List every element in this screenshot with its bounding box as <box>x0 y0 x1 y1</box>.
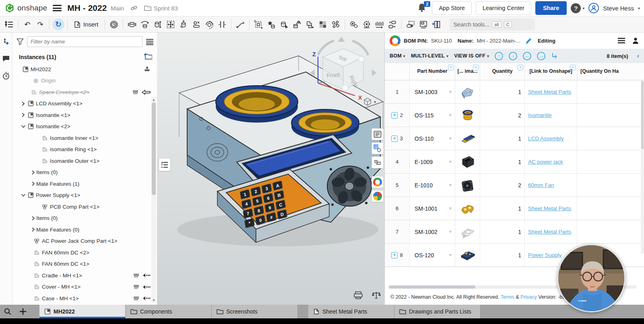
tree-row-isomantle-outer[interactable]: Isomantle Outer <1> <box>12 155 157 167</box>
bom-row[interactable]: 1 SM-1003▼ 1 Sheet Metal Parts <box>385 80 644 104</box>
tree-row-pcb-comp[interactable]: PCB Comp Part <1> <box>12 201 157 213</box>
add-folder-icon[interactable] <box>144 53 152 61</box>
tree-row-isomantle-ring[interactable]: isomantle Ring <1> <box>12 144 157 156</box>
print-3d-icon[interactable] <box>353 291 363 299</box>
notifications-bell-icon[interactable]: 2 <box>417 3 428 13</box>
frame-select-icon[interactable] <box>252 18 264 31</box>
tree-row-items-1[interactable]: Items (0) <box>12 167 157 178</box>
tab-search-icon[interactable] <box>0 305 15 318</box>
feature-manager-icon[interactable] <box>3 18 15 31</box>
document-menu-icon[interactable] <box>53 4 62 13</box>
workspace-name[interactable]: Main <box>111 5 124 12</box>
collapse-panel-icon[interactable]: ‹ <box>637 52 639 59</box>
sidebar-scrollbar[interactable]: ▲ ▼ <box>151 97 156 303</box>
chevron-right-icon[interactable] <box>20 101 26 106</box>
list-options-icon[interactable] <box>146 39 154 45</box>
scrollbar-thumb[interactable] <box>641 81 644 149</box>
onshape-link[interactable]: Isomantle <box>528 112 552 118</box>
help-menu[interactable]: ? ▾ <box>571 3 584 13</box>
column-filter-icon[interactable]: ▾ <box>570 65 576 70</box>
drawing-icon[interactable] <box>417 18 429 31</box>
bom-row[interactable]: 6 SM-1001▼ 1 Sheet Metal Parts <box>385 197 644 220</box>
tree-row-origin[interactable]: Origin <box>12 75 157 87</box>
add-tab-button[interactable] <box>15 305 31 318</box>
column-filter-icon[interactable]: ▾ <box>473 65 479 70</box>
fixed-icon[interactable] <box>132 89 139 95</box>
bom-user-icon[interactable] <box>632 37 639 44</box>
in-context-dashed-arrow-icon[interactable] <box>142 296 151 301</box>
chevron-right-icon[interactable] <box>30 170 36 175</box>
scrollbar-thumb[interactable] <box>152 103 156 195</box>
create-version-icon[interactable] <box>2 37 10 46</box>
copy-parts-icon[interactable] <box>304 18 316 31</box>
view-options-dropdown[interactable]: ▾ <box>361 96 378 107</box>
onshape-link[interactable]: Sheet Metal Parts <box>528 229 571 235</box>
caret-down-icon[interactable]: ▼ <box>448 230 452 234</box>
tangent-mate-icon[interactable] <box>234 18 246 31</box>
history-stopwatch-icon[interactable] <box>2 71 10 80</box>
in-context-dashed-arrow-icon[interactable] <box>142 273 151 278</box>
sprocket-relation-icon[interactable] <box>361 18 373 31</box>
onshape-link[interactable]: Sheet Metal Parts <box>528 89 571 95</box>
app-store-button[interactable]: App Store <box>432 1 472 15</box>
column-filter-icon[interactable]: ▾ <box>448 65 454 70</box>
tree-row-isomantle-1[interactable]: Isomantle <1> <box>12 109 157 121</box>
replace-part-icon[interactable] <box>278 18 290 31</box>
tree-row-fan-2[interactable]: FAN 60mm DC <2> <box>12 247 157 258</box>
undo-icon[interactable]: ↶ <box>21 18 33 31</box>
bom-row[interactable]: 4 E-1009▼ 1 AC power jack <box>385 150 644 174</box>
chevron-right-icon[interactable] <box>30 216 36 221</box>
move-right-button[interactable]: → <box>537 52 545 60</box>
bom-row[interactable]: 5 E-1010▼ 2 60mm Fan <box>385 174 644 197</box>
bom-vertical-scrollbar[interactable] <box>641 81 644 254</box>
in-context-arrow-icon[interactable] <box>142 90 151 95</box>
onshape-link[interactable]: Power Supply <box>528 252 561 258</box>
column-filter-icon[interactable]: ▾ <box>518 65 523 70</box>
avatar[interactable] <box>588 3 599 13</box>
graphics-viewport[interactable]: 123A 456B 789C *0#D <box>157 33 384 305</box>
filter-input[interactable] <box>27 36 142 47</box>
tree-row-ac-power-jack[interactable]: AC Power Jack Comp Part <1> <box>12 236 157 247</box>
bom-menu-icon[interactable] <box>617 37 625 44</box>
chevron-down-icon[interactable] <box>20 125 26 128</box>
bom-table-icon[interactable] <box>430 18 442 31</box>
bom-level-dropdown[interactable]: MULTI-LEVEL▾ <box>411 53 448 59</box>
onshape-link[interactable]: Sheet Metal Parts <box>528 205 571 211</box>
move-up-button[interactable]: ↑ <box>495 52 503 60</box>
expand-row-icon[interactable]: + <box>391 135 398 142</box>
color-app-button[interactable] <box>372 190 384 202</box>
share-button[interactable]: Share <box>535 1 567 15</box>
revolute-mate-icon[interactable] <box>139 18 151 31</box>
caret-down-icon[interactable]: ▼ <box>448 253 452 257</box>
tree-row-cradle[interactable]: Cradle - MH <1> <box>12 270 157 281</box>
tree-row-lcd-assembly[interactable]: LCD Assembly <1> <box>12 98 157 110</box>
fixed-icon[interactable] <box>133 295 140 301</box>
tree-row-case[interactable]: Case - MH <1> <box>12 293 157 304</box>
rotate-right-arrow[interactable] <box>372 70 377 76</box>
comments-icon[interactable] <box>2 54 10 63</box>
fixed-icon[interactable] <box>133 284 140 290</box>
caret-down-icon[interactable]: ▼ <box>448 183 452 187</box>
tab-sheet-metal-parts[interactable]: Sheet Metal Parts <box>308 305 394 318</box>
revision-clock-icon[interactable] <box>108 18 120 31</box>
expand-row-icon[interactable]: + <box>391 252 398 258</box>
learning-center-button[interactable]: Learning Center <box>476 1 531 15</box>
onshape-link[interactable]: AC power jack <box>528 159 563 165</box>
bom-row[interactable]: 7 SM-1002▼ 1 Sheet Metal Parts <box>385 220 644 244</box>
isomantle-cylinder-1[interactable] <box>216 86 298 123</box>
edit-pencil-icon[interactable] <box>525 37 532 44</box>
tree-row-mate-features-1[interactable]: Mate Features (1) <box>12 178 157 190</box>
planar-mate-icon[interactable] <box>165 18 177 31</box>
scroll-down-icon[interactable]: ▼ <box>151 298 156 302</box>
expand-row-icon[interactable]: + <box>391 112 398 119</box>
parallel-mate-icon[interactable] <box>216 18 228 31</box>
bom-type-dropdown[interactable]: BOM▾ <box>390 53 405 59</box>
tab-screenshots[interactable]: Screenshots <box>212 305 298 318</box>
bom-app-button[interactable] <box>372 176 384 188</box>
user-name[interactable]: Steve Hess <box>603 5 634 12</box>
tab-drawings[interactable]: Drawings and Parts Lists <box>394 305 481 318</box>
redo-icon[interactable]: ↷ <box>34 18 46 31</box>
view-cube[interactable]: Top Front Right Z X <box>306 34 380 106</box>
caret-down-icon[interactable]: ▼ <box>448 90 452 94</box>
screw-relation-icon[interactable] <box>386 18 398 31</box>
